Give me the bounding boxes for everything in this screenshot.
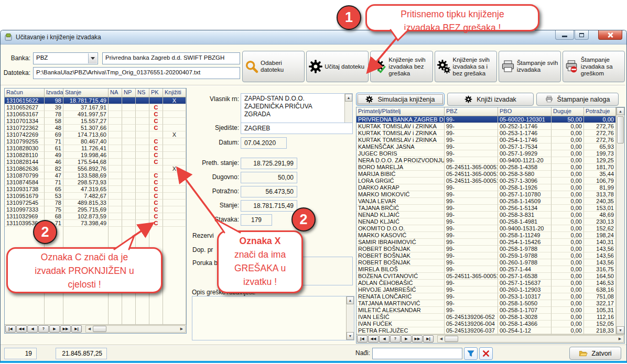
table-row[interactable]: MARKO KASOVIĆ99-00-258-1-112490,00198,24	[356, 232, 616, 239]
horizontal-scrollbar[interactable]: ◀ ▶	[437, 335, 624, 343]
filter-button[interactable]	[464, 347, 478, 360]
table-row[interactable]: 131074226969174.713,60X	[5, 131, 186, 138]
table-row[interactable]: 13108281104919.998,46C	[5, 152, 186, 159]
ucitaj-datoteku-button[interactable]: Učitaj datoteku	[306, 51, 369, 82]
scroll-thumb[interactable]	[445, 336, 458, 342]
column-header[interactable]: NS	[136, 89, 149, 97]
table-row[interactable]: IVAN LEŠIĆ05-245139206-05200-258-1-30280…	[356, 314, 616, 321]
stampanje-sa-greskom-button[interactable]: Štampanje izvadaka sa greškom	[563, 51, 625, 82]
column-header[interactable]: Duguje	[552, 107, 584, 116]
table-row[interactable]: 1310951679537.482,67C	[5, 193, 186, 200]
nav-button[interactable]: ◀	[379, 335, 390, 343]
dropdown-button[interactable]	[88, 53, 97, 63]
table-row[interactable]: BOŽENA CVITANOVIĆ05-24511-365-0005100-25…	[356, 273, 616, 280]
table-row[interactable]: 131103296968102.873,59C	[5, 213, 186, 220]
column-header[interactable]: Potražuje	[584, 107, 616, 116]
table-row[interactable]: 13107013345815.557,27C	[5, 118, 186, 125]
table-row[interactable]: 131065316778491.997,57C	[5, 111, 186, 118]
column-header[interactable]: Izvadak	[45, 89, 63, 97]
scroll-left-icon[interactable]: ◀	[438, 336, 445, 342]
minimize-button[interactable]	[555, 30, 574, 40]
table-row[interactable]: KAMENŠČAK JASNA99-00-257-1-75340,0065,93	[356, 144, 616, 150]
nav-button[interactable]: |◀	[5, 325, 16, 333]
nav-button[interactable]: ?	[38, 325, 49, 333]
stanje-field[interactable]: 18.781.715,49	[241, 200, 297, 212]
table-row[interactable]: KURTAK TOMISLAV i ZRINKA99-00-253-1-1746…	[356, 130, 616, 137]
knjizenje-sa-i-bez-gresaka-button[interactable]: Knjiženje svih izvadaka sa i bez grešaka	[435, 51, 497, 82]
nav-button[interactable]: ▶▶	[60, 325, 71, 333]
horizontal-scrollbar[interactable]: ◀ ▶	[85, 325, 186, 333]
knjizenje-bez-gresaka-button[interactable]: Knjiženje svih izvadaka bez grešaka	[370, 51, 433, 82]
table-row[interactable]: 131097254578489.815,33C	[5, 200, 186, 206]
nav-button[interactable]: ▶	[401, 335, 412, 343]
scroll-right-icon[interactable]: ▶	[617, 336, 623, 342]
nav-button[interactable]: ?	[390, 335, 401, 343]
nav-button[interactable]: ▶	[49, 325, 60, 333]
table-row[interactable]: MILETIĆ ALEKSANDAR99-00-258-1-17070,0010…	[356, 307, 616, 314]
table-row[interactable]: VANJA LEVAR99-00-258-1-145090,00240,35	[356, 198, 616, 205]
table-row[interactable]: TAJANA BRČIĆ99-00-256-1-51340,00153,01	[356, 205, 616, 212]
column-header[interactable]: Knjižiti	[163, 89, 186, 97]
datoteka-field[interactable]: P:\BankaUlaz\PBZ\Arhiva\Tmp_Orig_0137655…	[33, 67, 240, 79]
column-header[interactable]: PK	[149, 89, 163, 97]
table-row[interactable]: 131087079947133.588,69C	[5, 172, 186, 179]
column-header[interactable]: PBZ	[445, 107, 498, 116]
table-row[interactable]: 13109317386547.319,65C	[5, 186, 186, 193]
table-row[interactable]: 13110395367173.398,49C	[5, 220, 186, 227]
scroll-thumb[interactable]	[93, 326, 106, 332]
scroll-left-icon[interactable]: ◀	[86, 326, 93, 332]
table-row[interactable]: 131086263682556.892,76X	[5, 166, 186, 172]
column-header[interactable]: Primatelj/Platitelj	[356, 107, 445, 116]
table-row[interactable]: NERA D.O.O. ZA PROIZVODNJU,99-00-9400-11…	[356, 157, 616, 164]
scroll-right-icon[interactable]: ▶	[178, 326, 185, 332]
stampanje-naloga-button[interactable]: Štampanje naloga	[536, 93, 619, 106]
scroll-up-icon[interactable]: ▲	[347, 296, 354, 304]
table-row[interactable]: JUGEC BORIS99-00-257-1-99290,00199,73	[356, 150, 616, 157]
table-row[interactable]: 131087458471298.573,93C	[5, 179, 186, 186]
column-header[interactable]: PBO	[498, 107, 552, 116]
nav-button[interactable]: |◀	[357, 335, 367, 343]
vertical-scrollbar[interactable]: ▲ ▼	[616, 107, 624, 334]
scroll-up-icon[interactable]: ▲	[345, 94, 352, 102]
table-row[interactable]: TATJANA MARTINOVIĆ99-00-258-1-50500,0032…	[356, 300, 616, 307]
column-header[interactable]: NP	[122, 89, 136, 97]
scroll-down-icon[interactable]: ▼	[347, 332, 354, 340]
table-row[interactable]: LORA GRGIĆ05-24511-365-0005100-257-1-309…	[356, 178, 616, 184]
table-row[interactable]: PETRA FRLJUŽEC05-245139206-03700-254-1-1…	[356, 327, 616, 334]
preth-stanje-field[interactable]: 18.725.291,99	[241, 158, 297, 169]
maximize-button[interactable]	[575, 30, 589, 40]
nav-button[interactable]: ◀◀	[368, 335, 379, 343]
table-row[interactable]: ROBERT BOŠNJAK99-00-259-1-97880,00143,56	[356, 252, 616, 259]
nav-button[interactable]: ◀◀	[16, 325, 27, 333]
table-row[interactable]: BORO MARELJA05-24511-365-0005100-258-1-4…	[356, 164, 616, 171]
column-header[interactable]: NA	[109, 89, 122, 97]
knjizi-izvadak-button[interactable]: Knjiži izvadak	[447, 93, 534, 106]
datum-field[interactable]: 07.04.2020	[241, 137, 287, 149]
clear-filter-button[interactable]	[479, 347, 493, 360]
nav-button[interactable]: ◀	[27, 325, 38, 333]
table-row[interactable]: MIRELA BILOŠ99-00-257-1-440,00316,75	[356, 266, 616, 273]
table-row[interactable]: NENAD KLJAIĆ99-00-258-1-49810,00230,13	[356, 218, 616, 225]
scroll-up-icon[interactable]: ▲	[617, 107, 624, 115]
table-row[interactable]: ADLAN ČEHOBAŠIĆ99-00-257-1-156370,00146,…	[356, 280, 616, 286]
table-row[interactable]: KURTAK TOMISLAV i ZRINKA99-00-254-1-1746…	[356, 137, 616, 144]
zatvori-button[interactable]: Zatvori	[569, 347, 621, 360]
nav-button[interactable]: ▶▶	[412, 335, 423, 343]
scroll-down-icon[interactable]: ▼	[617, 326, 624, 334]
table-row[interactable]: DARKO AKRAP99-00-258-1-19260,0081,99	[356, 184, 616, 191]
stampanje-svih-button[interactable]: Štampanje svih izvadaka	[499, 51, 561, 82]
table-row[interactable]: RENATA LONČARIĆ99-00-253-1-103170,00751,…	[356, 293, 616, 300]
scroll-thumb[interactable]	[617, 116, 624, 144]
simulacija-knjizenja-button[interactable]: Simulacija knjiženja	[356, 93, 445, 106]
table-row[interactable]: NENAD KLJAIĆ99-00-258-3-8310,0048,69	[356, 212, 616, 218]
table-row[interactable]: 13106156229818.781.715,49X	[5, 97, 186, 104]
nav-button[interactable]: ▶|	[423, 335, 434, 343]
table-row[interactable]: 131082814446175.544,68C	[5, 159, 186, 166]
opis-greske-field[interactable]	[192, 296, 354, 340]
table-row[interactable]: 13107992557180.467,40C	[5, 138, 186, 145]
table-row[interactable]: KURTAK TOMISLAV i ZRINKA99-00-252-1-1746…	[356, 123, 616, 130]
bank-name-field[interactable]: Privredna banka Zagreb d.d. SWIFT PBZGH	[102, 52, 240, 64]
sjediste-field[interactable]: ZAGREB	[241, 123, 353, 134]
table-row[interactable]: IVAN FUĆEK05-245139206-00400-258-1-43660…	[356, 321, 616, 327]
opis-scrollbar[interactable]: ▲ ▼	[346, 296, 354, 340]
